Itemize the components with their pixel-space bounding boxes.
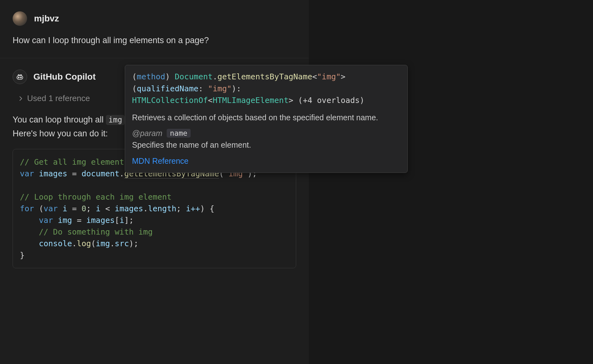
hover-tooltip[interactable]: (method) Document.getElementsByTagName<"… — [125, 65, 408, 173]
sig-return-generic: HTMLImageElement — [213, 96, 289, 105]
code-punc: = — [67, 169, 82, 178]
param-tag: @param — [132, 129, 162, 138]
param-name: name — [167, 129, 190, 138]
username: mjbvz — [34, 14, 59, 24]
code-keyword: for — [20, 204, 34, 213]
sig-class: Document — [175, 72, 212, 81]
code-property: length — [148, 204, 176, 213]
code-punc: = — [67, 204, 82, 213]
code-keyword: var — [39, 216, 53, 225]
svg-point-1 — [18, 77, 19, 78]
inline-code-img: img — [106, 115, 124, 125]
code-identifier: i — [96, 204, 101, 213]
code-identifier: images — [115, 204, 143, 213]
avatar[interactable] — [13, 11, 27, 26]
code-punc: } — [20, 251, 25, 260]
code-punc: = — [72, 216, 86, 225]
code-property: src — [115, 239, 129, 248]
chevron-right-icon — [18, 94, 23, 103]
code-punc: ( — [91, 239, 96, 248]
code-punc: . — [110, 239, 115, 248]
svg-rect-0 — [17, 76, 23, 79]
code-comment: // Loop through each img element — [20, 192, 172, 202]
code-identifier: console — [39, 239, 72, 248]
code-identifier: img — [58, 216, 72, 225]
code-punc: ; — [86, 204, 96, 213]
hover-description: Retrieves a collection of objects based … — [132, 112, 400, 123]
code-comment: // Do something with img — [39, 227, 153, 236]
sig-param: qualifiedName — [137, 84, 199, 93]
code-identifier: images — [86, 216, 115, 225]
assistant-name: GitHub Copilot — [33, 72, 96, 82]
code-punc: ; — [176, 204, 186, 213]
chat-panel: mjbvz How can I loop through all img ele… — [0, 0, 309, 364]
sig-function: getElementsByTagName — [217, 72, 312, 81]
user-question-text: How can I loop through all img elements … — [13, 35, 296, 47]
code-identifier: images — [39, 169, 67, 178]
code-function: log — [77, 239, 91, 248]
editor-background — [309, 0, 593, 364]
code-punc: ]; — [124, 216, 134, 225]
code-comment: // Get all img element — [20, 157, 124, 167]
answer-line2: Here's how you can do it: — [13, 129, 108, 138]
code-keyword: var — [20, 169, 34, 178]
sig-return-type: HTMLCollectionOf — [132, 96, 208, 105]
sig-kind: method — [137, 72, 165, 81]
answer-prefix: You can loop through all — [13, 115, 106, 124]
code-indent — [20, 216, 39, 225]
hover-signature: (method) Document.getElementsByTagName<"… — [132, 71, 400, 106]
code-punc: ); — [129, 239, 138, 248]
svg-point-2 — [20, 77, 21, 78]
code-punc: < — [101, 204, 115, 213]
code-identifier: i — [119, 216, 124, 225]
sig-generic: "img" — [317, 72, 341, 81]
code-keyword: var — [43, 204, 58, 213]
sig-param-type: "img" — [208, 84, 232, 93]
code-indent — [20, 239, 39, 248]
code-indent — [20, 227, 39, 236]
mdn-reference-link[interactable]: MDN Reference — [132, 156, 400, 166]
references-label: Used 1 reference — [27, 94, 90, 103]
code-identifier: document — [82, 169, 119, 178]
hover-param-desc: Specifies the name of an element. — [132, 140, 400, 150]
user-header: mjbvz — [13, 11, 296, 26]
hover-param-row: @param name — [132, 129, 400, 138]
code-punc: [ — [115, 216, 119, 225]
code-punc: . — [143, 204, 148, 213]
code-identifier: img — [96, 239, 110, 248]
code-identifier: i — [62, 204, 67, 213]
code-punc: . — [119, 169, 124, 178]
code-punc: ) { — [200, 204, 214, 213]
copilot-icon — [13, 70, 27, 84]
code-punc: ( — [34, 204, 43, 213]
code-number: 0 — [82, 204, 86, 213]
code-punc: . — [72, 239, 77, 248]
code-identifier: i++ — [186, 204, 200, 213]
sig-overloads: (+4 overloads) — [298, 96, 365, 105]
user-message: mjbvz How can I loop through all img ele… — [0, 0, 309, 58]
